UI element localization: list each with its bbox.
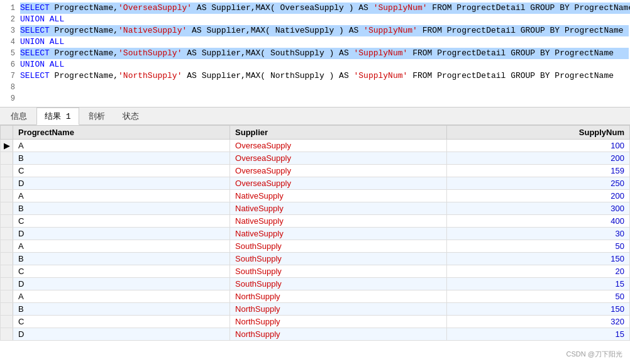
cell-supplier: NativeSupply	[230, 228, 447, 240]
line-content: SELECT ProgrectName,'SouthSupply' AS Sup…	[20, 48, 629, 59]
line-number: 1	[1, 3, 20, 14]
table-row: ANativeSupply200	[1, 190, 630, 202]
tab-bar: 信息结果 1剖析状态	[0, 108, 630, 125]
table-row: BNorthSupply150	[1, 303, 630, 316]
cell-progrect: D	[13, 278, 230, 290]
col-header-progrectname: ProgrectName	[13, 126, 230, 140]
results-area[interactable]: ProgrectNameSupplierSupplyNum ▶AOverseaS…	[0, 125, 630, 364]
sql-line: 3SELECT ProgrectName,'NativeSupply' AS S…	[0, 25, 630, 36]
row-indicator	[1, 165, 13, 177]
cell-supplier: SouthSupply	[230, 278, 447, 290]
tab-状态[interactable]: 状态	[114, 108, 147, 125]
cell-supply: 250	[447, 177, 630, 190]
row-indicator	[1, 240, 13, 253]
cell-progrect: C	[13, 215, 230, 228]
sql-line: 2UNION ALL	[0, 14, 630, 25]
line-number: 3	[1, 25, 20, 36]
line-content: SELECT ProgrectName,'NorthSupply' AS Sup…	[20, 70, 629, 82]
sql-line: 4UNION ALL	[0, 36, 630, 48]
line-number: 2	[1, 14, 20, 25]
cell-supplier: OverseaSupply	[230, 140, 447, 152]
table-row: DOverseaSupply250	[1, 177, 630, 190]
line-content: UNION ALL	[20, 36, 629, 48]
cell-supply: 300	[447, 202, 630, 215]
tab-剖析[interactable]: 剖析	[80, 108, 113, 125]
row-indicator	[1, 152, 13, 165]
cell-progrect: C	[13, 165, 230, 177]
table-row: BNativeSupply300	[1, 202, 630, 215]
table-row: COverseaSupply159	[1, 165, 630, 177]
row-indicator: ▶	[1, 140, 13, 152]
tab-结果-1[interactable]: 结果 1	[36, 108, 79, 125]
sql-line: 6UNION ALL	[0, 59, 630, 70]
line-number: 6	[1, 59, 20, 70]
cell-progrect: D	[13, 328, 230, 341]
cell-supply: 50	[447, 290, 630, 303]
cell-supplier: OverseaSupply	[230, 165, 447, 177]
line-content: UNION ALL	[20, 14, 629, 25]
cell-progrect: B	[13, 303, 230, 316]
cell-progrect: B	[13, 253, 230, 265]
sql-line: 5SELECT ProgrectName,'SouthSupply' AS Su…	[0, 48, 630, 59]
cell-supplier: NativeSupply	[230, 190, 447, 202]
table-row: DNorthSupply15	[1, 328, 630, 341]
cell-progrect: B	[13, 202, 230, 215]
results-table: ProgrectNameSupplierSupplyNum ▶AOverseaS…	[0, 125, 630, 341]
cell-supply: 150	[447, 303, 630, 316]
table-row: CNativeSupply400	[1, 215, 630, 228]
cell-progrect: D	[13, 228, 230, 240]
cell-supply: 320	[447, 316, 630, 328]
row-indicator	[1, 278, 13, 290]
line-content: UNION ALL	[20, 59, 629, 70]
cell-supply: 400	[447, 215, 630, 228]
cell-supplier: NorthSupply	[230, 303, 447, 316]
line-number: 7	[1, 70, 20, 82]
row-indicator	[1, 190, 13, 202]
cell-supplier: NativeSupply	[230, 215, 447, 228]
cell-supplier: OverseaSupply	[230, 177, 447, 190]
row-indicator	[1, 316, 13, 328]
cell-supplier: NorthSupply	[230, 290, 447, 303]
sql-line: 7SELECT ProgrectName,'NorthSupply' AS Su…	[0, 70, 630, 82]
tab-信息[interactable]: 信息	[3, 108, 35, 125]
cell-progrect: B	[13, 152, 230, 165]
line-number: 5	[1, 48, 20, 59]
cell-progrect: A	[13, 190, 230, 202]
row-indicator	[1, 328, 13, 341]
cell-supply: 200	[447, 152, 630, 165]
row-indicator	[1, 265, 13, 278]
sql-line: 1SELECT ProgrectName,'OverseaSupply' AS …	[0, 3, 630, 14]
table-row: ASouthSupply50	[1, 240, 630, 253]
line-number: 9	[1, 93, 20, 104]
row-indicator	[1, 215, 13, 228]
cell-supply: 159	[447, 165, 630, 177]
cell-supply: 30	[447, 228, 630, 240]
cell-progrect: D	[13, 177, 230, 190]
table-row: BOverseaSupply200	[1, 152, 630, 165]
line-content: SELECT ProgrectName,'OverseaSupply' AS S…	[20, 3, 630, 14]
col-header-supplynum: SupplyNum	[447, 126, 630, 140]
cell-supply: 15	[447, 328, 630, 341]
cell-progrect: A	[13, 240, 230, 253]
cell-progrect: C	[13, 316, 230, 328]
watermark: CSDN @刀下阳光	[566, 350, 622, 359]
table-row: ▶AOverseaSupply100	[1, 140, 630, 152]
row-indicator	[1, 202, 13, 215]
cell-supplier: OverseaSupply	[230, 152, 447, 165]
cell-supply: 15	[447, 278, 630, 290]
sql-line: 9	[0, 93, 630, 104]
cell-supplier: NorthSupply	[230, 328, 447, 341]
sql-editor[interactable]: 1SELECT ProgrectName,'OverseaSupply' AS …	[0, 0, 630, 108]
table-row: DNativeSupply30	[1, 228, 630, 240]
cell-supplier: NativeSupply	[230, 202, 447, 215]
col-header-supplier: Supplier	[230, 126, 447, 140]
line-content: SELECT ProgrectName,'NativeSupply' AS Su…	[20, 25, 629, 36]
line-number: 4	[1, 36, 20, 48]
table-row: ANorthSupply50	[1, 290, 630, 303]
row-indicator	[1, 177, 13, 190]
cell-supplier: NorthSupply	[230, 316, 447, 328]
cell-supplier: SouthSupply	[230, 253, 447, 265]
table-row: CSouthSupply20	[1, 265, 630, 278]
table-row: CNorthSupply320	[1, 316, 630, 328]
cell-progrect: C	[13, 265, 230, 278]
